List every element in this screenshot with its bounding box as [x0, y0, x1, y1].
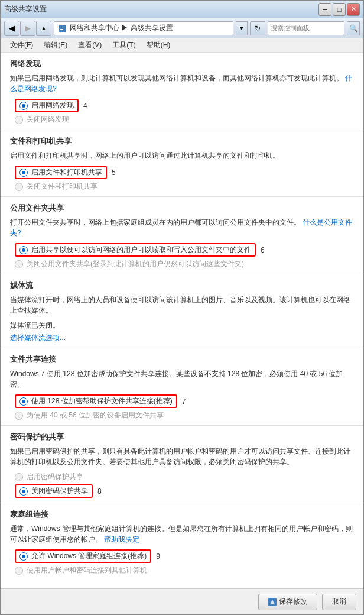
menu-help[interactable]: 帮助(H)	[142, 39, 176, 51]
main-content: 网络发现 如果已启用网络发现，则此计算机可以发现其他网络计算机和设备，而其他网络…	[1, 53, 363, 588]
nav-arrows: ◀ ▶ ▲	[4, 21, 51, 36]
public-folder-options: 启用共享以便可以访问网络的用户可以读取和写入公用文件夹中的文件 6 关闭公用文件…	[15, 243, 354, 269]
forward-button[interactable]: ▶	[20, 21, 35, 36]
address-text: 网络和共享中心 ▶ 高级共享设置	[70, 23, 229, 33]
homegroup-link[interactable]: 帮助我决定	[104, 535, 139, 543]
address-icon	[58, 24, 67, 33]
network-discovery-disable[interactable]: 关闭网络发现	[15, 115, 354, 125]
file-printer-enable[interactable]: 启用文件和打印机共享	[20, 167, 102, 177]
section-file-printer: 文件和打印机共享 启用文件和打印机共享时，网络上的用户可以访问通过此计算机共享的…	[1, 130, 363, 197]
file-sharing-128-highlight: 使用 128 位加密帮助保护文件共享连接(推荐)	[15, 394, 177, 408]
search-button[interactable]: 🔍	[347, 21, 360, 35]
media-stream-title: 媒体流	[10, 280, 354, 291]
public-folder-badge: 6	[261, 246, 265, 254]
bottom-bar: 保存修改 取消	[1, 588, 363, 614]
address-dropdown[interactable]: ▼	[236, 21, 248, 35]
svg-rect-1	[60, 27, 65, 27]
network-discovery-options: 启用网络发现 4 关闭网络发现	[15, 99, 354, 125]
menu-view[interactable]: 查看(V)	[73, 39, 106, 51]
menu-edit[interactable]: 编辑(E)	[39, 39, 72, 51]
search-placeholder: 搜索控制面板	[271, 24, 310, 33]
public-folder-title: 公用文件夹共享	[10, 203, 354, 213]
title-bar: 高级共享设置 ─ □ ✕	[1, 1, 363, 18]
file-sharing-connection-title: 文件共享连接	[10, 354, 354, 365]
section-media-stream: 媒体流 当媒体流打开时，网络上的人员和设备便可以访问该计算机上的图片、音乐以及视…	[1, 274, 363, 348]
network-discovery-badge: 4	[83, 102, 87, 110]
password-protection-enable[interactable]: 启用密码保护共享	[15, 472, 354, 482]
svg-rect-2	[60, 28, 65, 28]
password-protection-desc: 如果已启用密码保护的共享，则只有具备此计算机的用户帐户和密码的用户才可以访问共享…	[10, 446, 354, 467]
file-sharing-128[interactable]: 使用 128 位加密帮助保护文件共享连接(推荐)	[20, 396, 173, 406]
network-discovery-enable[interactable]: 启用网络发现	[20, 101, 74, 111]
file-sharing-128-radio[interactable]	[20, 397, 28, 406]
public-folder-enable[interactable]: 启用共享以便可以访问网络的用户可以读取和写入公用文件夹中的文件	[20, 245, 251, 255]
file-printer-options: 启用文件和打印机共享 5 关闭文件和打印机共享	[15, 166, 354, 192]
file-printer-enable-radio[interactable]	[20, 169, 28, 177]
public-folder-desc: 打开公用文件夹共享时，网络上包括家庭组成员在内的用户都可以访问公用文件夹中的文件…	[10, 217, 354, 238]
public-folder-disable[interactable]: 关闭公用文件夹共享(登录到此计算机的用户仍然可以访问这些文件夹)	[15, 259, 354, 269]
password-protection-title: 密码保护的共享	[10, 432, 354, 442]
file-printer-disable-radio[interactable]	[15, 183, 23, 191]
network-discovery-enable-radio[interactable]	[20, 102, 28, 110]
file-printer-disable[interactable]: 关闭文件和打印机共享	[15, 182, 354, 192]
section-password-protection: 密码保护的共享 如果已启用密码保护的共享，则只有具备此计算机的用户帐户和密码的用…	[1, 426, 363, 503]
homegroup-user-account[interactable]: 使用用户帐户和密码连接到其他计算机	[15, 565, 354, 575]
section-homegroup: 家庭组连接 通常，Windows 管理与其他家庭组计算机的连接。但是如果您在所有…	[1, 503, 363, 588]
search-box: 搜索控制面板	[268, 21, 344, 35]
save-icon	[268, 598, 277, 606]
maximize-button[interactable]: □	[333, 3, 346, 16]
homegroup-windows-manage[interactable]: 允许 Windows 管理家庭组连接(推荐)	[20, 551, 147, 561]
homegroup-options: 允许 Windows 管理家庭组连接(推荐) 9 使用用户帐户和密码连接到其他计…	[15, 549, 354, 575]
password-protection-disable-highlight: 关闭密码保护共享	[15, 484, 93, 498]
back-button[interactable]: ◀	[4, 21, 20, 36]
password-protection-disable[interactable]: 关闭密码保护共享	[20, 486, 88, 496]
refresh-button[interactable]: ↻	[250, 21, 265, 35]
cancel-button[interactable]: 取消	[322, 594, 356, 610]
password-protection-badge: 8	[98, 487, 102, 496]
network-discovery-disable-radio[interactable]	[15, 116, 23, 124]
scroll-content[interactable]: 网络发现 如果已启用网络发现，则此计算机可以发现其他网络计算机和设备，而其他网络…	[1, 53, 363, 588]
svg-marker-4	[270, 600, 275, 604]
up-button[interactable]: ▲	[36, 21, 51, 36]
public-folder-disable-radio[interactable]	[15, 260, 23, 268]
svg-rect-3	[60, 29, 63, 30]
section-file-sharing-connection: 文件共享连接 Windows 7 使用 128 位加密帮助保护文件共享连接。某些…	[1, 348, 363, 426]
file-sharing-4056[interactable]: 为使用 40 或 56 位加密的设备启用文件共享	[15, 410, 354, 420]
public-folder-enable-radio[interactable]	[20, 246, 28, 254]
file-printer-desc: 启用文件和打印机共享时，网络上的用户可以访问通过此计算机共享的文件和打印机。	[10, 150, 354, 161]
menu-bar: 文件(F) 编辑(E) 查看(V) 工具(T) 帮助(H)	[1, 38, 363, 53]
file-sharing-connection-options: 使用 128 位加密帮助保护文件共享连接(推荐) 7 为使用 40 或 56 位…	[15, 394, 354, 420]
file-printer-enable-highlight: 启用文件和打印机共享	[15, 166, 107, 179]
title-bar-left: 高级共享设置	[4, 4, 47, 14]
file-sharing-connection-desc: Windows 7 使用 128 位加密帮助保护文件共享连接。某些设备不支持 1…	[10, 368, 354, 390]
file-sharing-4056-radio[interactable]	[15, 412, 23, 420]
network-discovery-title: 网络发现	[10, 59, 354, 69]
close-button[interactable]: ✕	[347, 3, 360, 16]
file-printer-badge: 5	[112, 169, 116, 177]
section-public-folder: 公用文件夹共享 打开公用文件夹共享时，网络上包括家庭组成员在内的用户都可以访问公…	[1, 197, 363, 274]
homegroup-desc: 通常，Windows 管理与其他家庭组计算机的连接。但是如果您在所有计算机上拥有…	[10, 523, 354, 545]
media-stream-status: 媒体流已关闭。	[10, 321, 354, 331]
media-stream-desc: 当媒体流打开时，网络上的人员和设备便可以访问该计算机上的图片、音乐以及视频。该计…	[10, 294, 354, 316]
section-network-discovery: 网络发现 如果已启用网络发现，则此计算机可以发现其他网络计算机和设备，而其他网络…	[1, 53, 363, 130]
nav-bar: ◀ ▶ ▲ 网络和共享中心 ▶ 高级共享设置 ▼ ↻ 搜索控制面板 🔍	[1, 18, 363, 38]
menu-tools[interactable]: 工具(T)	[108, 39, 140, 51]
password-protection-enable-radio[interactable]	[15, 473, 23, 481]
minimize-button[interactable]: ─	[318, 3, 332, 16]
public-folder-enable-highlight: 启用共享以便可以访问网络的用户可以读取和写入公用文件夹中的文件	[15, 243, 256, 257]
homegroup-windows-manage-radio[interactable]	[20, 552, 28, 561]
title-bar-buttons: ─ □ ✕	[318, 3, 360, 16]
media-stream-link[interactable]: 选择媒体流选项...	[10, 334, 66, 342]
address-bar: 网络和共享中心 ▶ 高级共享设置	[54, 21, 233, 35]
window-title: 高级共享设置	[4, 4, 47, 14]
menu-file[interactable]: 文件(F)	[5, 39, 38, 51]
homegroup-title: 家庭组连接	[10, 509, 354, 520]
password-protection-options: 启用密码保护共享 关闭密码保护共享 8	[15, 472, 354, 498]
homegroup-badge: 9	[156, 552, 160, 561]
save-button[interactable]: 保存修改	[258, 594, 317, 610]
homegroup-windows-highlight: 允许 Windows 管理家庭组连接(推荐)	[15, 549, 151, 563]
main-window: 高级共享设置 ─ □ ✕ ◀ ▶ ▲ 网络和共享中心 ▶ 高级共享设置 ▼ ↻ …	[0, 0, 364, 615]
file-printer-title: 文件和打印机共享	[10, 136, 354, 147]
homegroup-user-account-radio[interactable]	[15, 567, 23, 575]
password-protection-disable-radio[interactable]	[20, 487, 28, 496]
